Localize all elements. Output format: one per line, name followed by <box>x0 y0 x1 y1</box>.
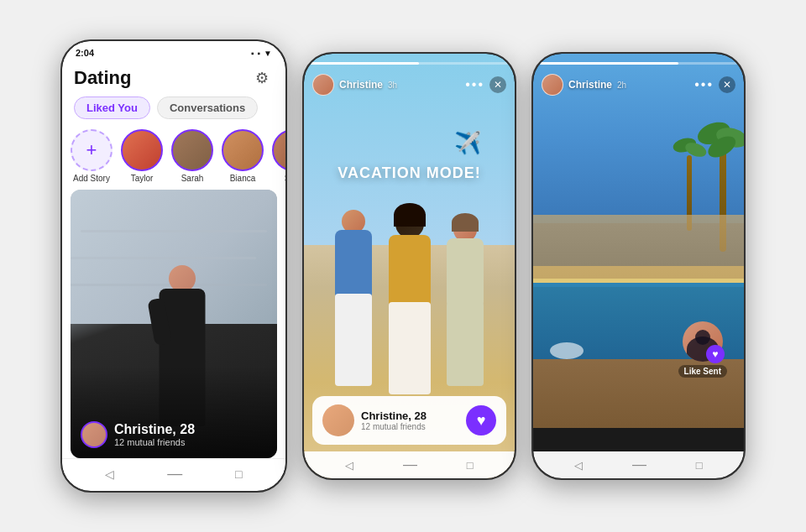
sarah-label: Sarah <box>181 174 204 183</box>
story-top-bar-mid: Christine 3h ••• ✕ <box>304 69 515 101</box>
phone-right-screen: ♥ Like Sent Christine 2h ••• ✕ ◁ — □ <box>533 54 744 478</box>
story-time-mid: 3h <box>388 81 397 90</box>
story-username-right: Christine <box>568 79 612 91</box>
home-btn-right[interactable]: — <box>632 456 646 473</box>
tabs-row: Liked You Conversations <box>62 93 285 124</box>
people-group <box>329 193 489 394</box>
story-avatar-mid <box>312 74 334 96</box>
add-story-label: Add Story <box>73 174 110 183</box>
vacation-text: VACATION MODE! <box>338 164 480 182</box>
bianca-label: Bianca <box>230 174 256 183</box>
back-btn-mid[interactable]: ◁ <box>345 459 353 472</box>
phone-middle: Christine 3h ••• ✕ VACATION MODE! ✈️ Chr… <box>302 52 516 480</box>
add-story-circle[interactable]: + <box>71 129 113 171</box>
like-sent-heart-icon: ♥ <box>706 345 725 363</box>
app-header: Dating ⚙ <box>62 61 285 93</box>
story-more-icon-right[interactable]: ••• <box>694 77 714 92</box>
bottom-nav-left: ◁ — □ <box>62 458 285 488</box>
tab-liked-you[interactable]: Liked You <box>74 96 150 119</box>
profile-card[interactable]: Christine, 28 12 mutual friends <box>71 190 277 458</box>
story-bottom-card-mid: Christine, 28 12 mutual friends ♥ <box>312 396 506 445</box>
story-bianca[interactable]: Bianca <box>222 129 264 183</box>
phone-right: ♥ Like Sent Christine 2h ••• ✕ ◁ — □ <box>531 52 746 480</box>
plus-icon: + <box>86 141 97 159</box>
story-progress-fill-right <box>540 62 678 65</box>
story-more-icon[interactable]: ••• <box>465 77 484 92</box>
story-time-right: 2h <box>617 81 626 90</box>
story-bottom-name: Christine, 28 <box>361 409 466 422</box>
story-avatar-right <box>542 74 563 96</box>
gear-icon[interactable]: ⚙ <box>250 66 274 90</box>
status-time: 2:04 <box>76 48 94 58</box>
back-btn-right[interactable]: ◁ <box>574 459 583 472</box>
story-username-mid: Christine <box>339 79 383 91</box>
sp-avatar[interactable] <box>272 129 285 171</box>
card-bottom-info: Christine, 28 12 mutual friends <box>81 421 195 448</box>
sarah-avatar[interactable] <box>171 129 213 171</box>
phone-left-screen: 2:04 ▪ ▪ ▼ Dating ⚙ Liked You Conversati… <box>62 41 285 491</box>
story-actions-right: ••• ✕ <box>694 76 735 93</box>
story-row: + Add Story Taylor Sarah Bianca Sp... <box>62 124 285 190</box>
recent-btn-mid[interactable]: □ <box>467 459 474 472</box>
plane-emoji: ✈️ <box>454 130 481 156</box>
like-sent-container: ♥ Like Sent <box>678 321 727 378</box>
card-name: Christine, 28 <box>114 422 195 437</box>
taylor-avatar[interactable] <box>121 129 163 171</box>
story-user-row-right: Christine 2h <box>542 74 626 96</box>
like-button-mid[interactable]: ♥ <box>466 405 496 436</box>
bianca-avatar[interactable] <box>222 129 264 171</box>
wifi-icon: ▼ <box>264 49 272 58</box>
taylor-label: Taylor <box>131 174 154 183</box>
battery-icon: ▪ <box>251 49 254 58</box>
story-top-bar-right: Christine 2h ••• ✕ <box>533 69 744 101</box>
back-btn[interactable]: ◁ <box>105 467 114 481</box>
recent-btn[interactable]: □ <box>235 467 242 481</box>
resort-bg <box>533 54 744 478</box>
home-btn-mid[interactable]: — <box>403 456 417 473</box>
story-close-btn-right[interactable]: ✕ <box>719 76 735 93</box>
bottom-nav-mid: ◁ — □ <box>304 451 515 478</box>
phone-middle-screen: Christine 3h ••• ✕ VACATION MODE! ✈️ Chr… <box>304 54 515 478</box>
story-bottom-info-mid: Christine, 28 12 mutual friends <box>361 409 466 431</box>
home-btn[interactable]: — <box>167 465 182 482</box>
story-taylor[interactable]: Taylor <box>121 129 163 183</box>
story-user-row: Christine 3h <box>312 74 397 96</box>
story-bottom-avatar-mid <box>322 404 354 436</box>
story-actions: ••• ✕ <box>465 76 506 93</box>
bottom-nav-right: ◁ — □ <box>533 451 744 478</box>
phone-left: 2:04 ▪ ▪ ▼ Dating ⚙ Liked You Conversati… <box>60 39 287 493</box>
status-bar-left: 2:04 ▪ ▪ ▼ <box>62 41 285 61</box>
tab-conversations[interactable]: Conversations <box>157 96 258 119</box>
story-bottom-sub: 12 mutual friends <box>361 422 466 431</box>
add-story-item[interactable]: + Add Story <box>71 129 113 183</box>
story-sarah[interactable]: Sarah <box>171 129 213 183</box>
like-sent-label: Like Sent <box>678 365 727 378</box>
story-progress-fill <box>311 62 419 65</box>
story-progress-bg <box>311 62 508 65</box>
like-sent-avatar-wrapper: ♥ <box>683 321 723 362</box>
card-mutual: 12 mutual friends <box>114 437 195 447</box>
status-icons: ▪ ▪ ▼ <box>251 49 272 58</box>
signal-icon: ▪ <box>258 49 261 58</box>
recent-btn-right[interactable]: □ <box>696 459 703 472</box>
card-small-avatar <box>81 421 107 448</box>
story-sp[interactable]: Sp... <box>272 129 285 183</box>
story-progress-bg-right <box>540 62 737 65</box>
app-title: Dating <box>74 67 131 89</box>
story-close-btn[interactable]: ✕ <box>489 76 506 93</box>
sp-label: Sp... <box>285 174 285 183</box>
